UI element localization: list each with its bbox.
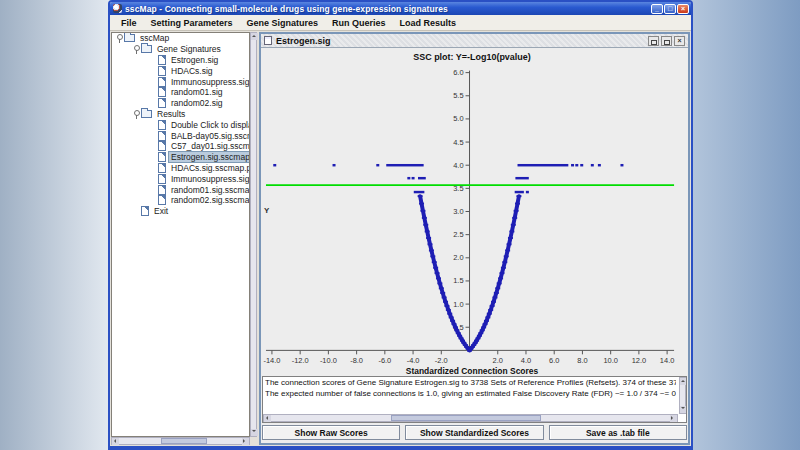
close-button[interactable]: × (677, 4, 689, 14)
data-mark (440, 292, 445, 294)
data-point (412, 177, 415, 179)
frame-close-button[interactable]: × (674, 36, 685, 46)
tree-vertical-scrollbar[interactable] (250, 32, 257, 437)
data-mark (435, 272, 440, 274)
title-bar[interactable]: sscMap - Connecting small-molecule drugs… (110, 2, 691, 15)
result-summary-pane[interactable]: The connection scores of Gene Signature … (262, 376, 687, 423)
x-tick-label: 12.0 (632, 356, 646, 365)
scrollbar-thumb[interactable] (391, 415, 541, 421)
tree-item-sscmap[interactable]: sscMap (112, 33, 249, 44)
menu-load-results[interactable]: Load Results (393, 16, 464, 30)
data-mark (459, 337, 464, 339)
scroll-right-arrow-icon[interactable] (670, 415, 677, 422)
tree-item-estrogen-sig-sscmap-plot[interactable]: Estrogen.sig.sscmap.plot (112, 152, 249, 163)
menu-setting-parameters[interactable]: Setting Parameters (144, 16, 240, 30)
data-mark (450, 320, 455, 322)
menu-run-queries[interactable]: Run Queries (325, 16, 393, 30)
scroll-up-arrow-icon[interactable] (251, 33, 258, 40)
scroll-left-arrow-icon[interactable] (264, 415, 271, 422)
tree-expand-handle-icon[interactable] (132, 44, 141, 54)
tree-item-label: random02.sig.sscmap.plot (169, 195, 250, 205)
scroll-left-arrow-icon[interactable] (112, 438, 119, 445)
tree-item-immunosuppress-sig[interactable]: Immunosuppress.sig (112, 76, 249, 87)
tree-item-hdacs-sig-sscmap-plot[interactable]: HDACs.sig.sscmap.plot (112, 163, 249, 174)
scrollbar-track (207, 438, 242, 444)
minimize-button[interactable]: _ (651, 4, 663, 14)
menu-gene-signatures[interactable]: Gene Signatures (240, 16, 326, 30)
tree-expand-handle-icon[interactable] (132, 109, 141, 119)
tree-item-gene-signatures[interactable]: Gene Signatures (112, 44, 249, 55)
file-icon (158, 152, 166, 162)
tree-item-random02-sig[interactable]: random02.sig (112, 98, 249, 109)
data-mark (456, 332, 461, 334)
tree-item-label: Estrogen.sig.sscmap.plot (169, 152, 250, 162)
frame-iconify-button[interactable] (648, 36, 659, 46)
tree-item-estrogen-sig[interactable]: Estrogen.sig (112, 55, 249, 66)
data-segment (515, 191, 524, 193)
data-mark (430, 255, 435, 257)
y-tick-label: 1.5 (453, 276, 463, 285)
scrollbar-thumb[interactable] (161, 438, 207, 444)
file-icon (158, 66, 166, 76)
data-point (598, 164, 601, 166)
data-point (273, 164, 276, 166)
y-tick-label: 4.5 (453, 138, 463, 147)
tree-item-random02-sig-sscmap-plot[interactable]: random02.sig.sscmap.plot (112, 195, 249, 206)
y-tick-label: 3.0 (453, 207, 463, 216)
menu-bar: FileSetting ParametersGene SignaturesRun… (110, 15, 691, 31)
tree-horizontal-scrollbar[interactable] (111, 437, 250, 445)
data-mark (463, 344, 468, 346)
navigation-tree: sscMapGene SignaturesEstrogen.sigHDACs.s… (111, 32, 250, 437)
file-icon (158, 131, 166, 141)
data-point (407, 177, 410, 179)
tree-expand-handle-icon[interactable] (115, 33, 124, 43)
data-mark (446, 309, 451, 311)
show-raw-scores-button[interactable]: Show Raw Scores (262, 425, 400, 440)
info-text-line: The expected number of false connections… (265, 389, 676, 400)
scroll-down-arrow-icon[interactable] (680, 406, 687, 413)
data-mark (443, 301, 448, 303)
data-point (526, 191, 529, 193)
text-horizontal-scrollbar[interactable] (263, 414, 678, 422)
frame-maximize-button[interactable] (661, 36, 672, 46)
tree-item-c57-day01-sig-sscmap-plot[interactable]: C57_day01.sig.sscmap.plot (112, 141, 249, 152)
data-mark (511, 224, 516, 226)
tree-item-label: random02.sig (169, 98, 225, 108)
file-icon (158, 87, 166, 97)
tree-item-immunosuppress-sig-sscmap-plot[interactable]: Immunosuppress.sig.sscmap.plot (112, 173, 249, 184)
data-point (620, 164, 623, 166)
text-vertical-scrollbar[interactable] (679, 377, 686, 414)
data-mark (512, 217, 517, 219)
internal-frame-title-bar[interactable]: Estrogen.sig × (261, 34, 688, 48)
tree-item-exit[interactable]: Exit (112, 206, 249, 217)
file-icon (158, 163, 166, 173)
data-mark (491, 301, 496, 303)
scroll-down-arrow-icon[interactable] (251, 429, 258, 436)
data-segment (414, 191, 425, 193)
file-icon (158, 185, 166, 195)
show-standardized-scores-button[interactable]: Show Standardized Scores (405, 425, 543, 440)
tree-item-random01-sig[interactable]: random01.sig (112, 87, 249, 98)
data-mark (505, 249, 510, 251)
tree-item-results[interactable]: Results (112, 109, 249, 120)
x-tick-label: 4.0 (521, 356, 531, 365)
tree-item-label: Immunosuppress.sig.sscmap.plot (169, 174, 250, 184)
data-point (580, 164, 583, 166)
y-tick-label: 1.0 (453, 300, 463, 309)
tree-item-double-click-to-display[interactable]: Double Click to display (112, 119, 249, 130)
x-tick-label: 10.0 (603, 356, 617, 365)
tree-item-hdacs-sig[interactable]: HDACs.sig (112, 65, 249, 76)
tree-item-random01-sig-sscmap-plot[interactable]: random01.sig.sscmap.plot (112, 184, 249, 195)
x-tick-label: 6.0 (549, 356, 559, 365)
save-tab-file-button[interactable]: Save as .tab file (549, 425, 687, 440)
file-icon (158, 141, 166, 151)
x-tick-label: 8.0 (577, 356, 587, 365)
menu-file[interactable]: File (114, 16, 144, 30)
restore-button[interactable]: □ (664, 4, 676, 14)
scroll-up-arrow-icon[interactable] (680, 378, 687, 385)
ssc-plot-panel: SSC plot: Y=-Log10(pvalue)0.51.01.52.02.… (261, 48, 688, 376)
tree-item-balb-day05-sig-sscmap-plot[interactable]: BALB-day05.sig.sscmap.plot (112, 130, 249, 141)
scroll-right-arrow-icon[interactable] (242, 438, 249, 445)
file-icon (141, 206, 149, 216)
data-mark (439, 287, 444, 289)
